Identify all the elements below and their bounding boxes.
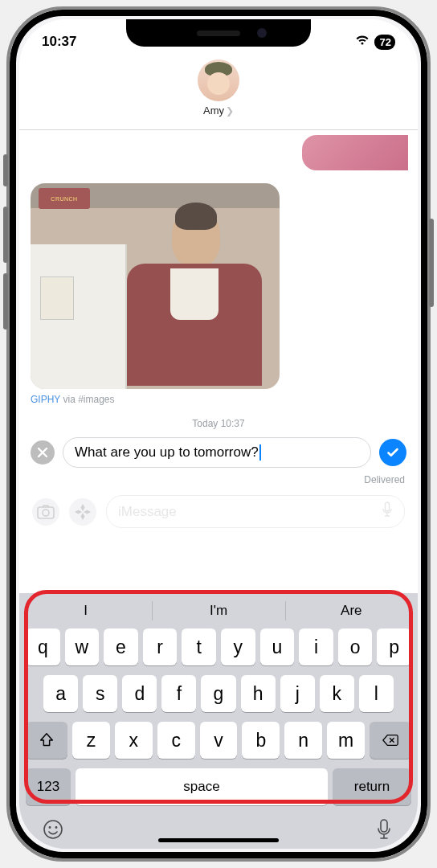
shift-key[interactable] (26, 722, 67, 759)
prediction-2[interactable]: I'm (152, 593, 284, 628)
key-h[interactable]: h (241, 675, 276, 712)
space-key[interactable]: space (76, 768, 328, 805)
key-r[interactable]: r (143, 628, 178, 665)
key-z[interactable]: z (72, 722, 110, 759)
svg-point-3 (44, 821, 62, 838)
key-y[interactable]: y (221, 628, 255, 665)
keyboard-toolbar (19, 813, 418, 849)
status-right: 72 (355, 34, 395, 50)
wifi-icon (355, 34, 370, 50)
home-indicator[interactable] (158, 838, 279, 842)
compose-input[interactable]: iMessage (106, 495, 405, 528)
key-a[interactable]: a (43, 675, 78, 712)
svg-point-4 (49, 826, 51, 829)
camera-button[interactable] (32, 498, 59, 526)
numbers-key[interactable]: 123 (26, 768, 71, 805)
gif-bg-label: CRUNCH (39, 188, 90, 209)
volume-down-button (3, 273, 8, 330)
key-j[interactable]: j (280, 675, 315, 712)
key-p[interactable]: p (377, 628, 411, 665)
compose-placeholder: iMessage (118, 504, 177, 520)
key-u[interactable]: u (260, 628, 295, 665)
conversation-header[interactable]: Amy ❯ (19, 56, 418, 130)
key-f[interactable]: f (161, 675, 196, 712)
front-camera (257, 28, 267, 38)
svg-rect-6 (381, 820, 387, 832)
conversation-scroll[interactable]: CRUNCH GIPHY via #images Today 10:37 Wha… (19, 130, 418, 593)
status-time: 10:37 (42, 34, 76, 50)
contact-avatar[interactable] (198, 59, 239, 101)
key-v[interactable]: v (200, 722, 238, 759)
key-i[interactable]: i (299, 628, 333, 665)
key-s[interactable]: s (83, 675, 117, 712)
contact-name-row[interactable]: Amy ❯ (203, 104, 234, 117)
key-g[interactable]: g (201, 675, 235, 712)
key-q[interactable]: q (26, 628, 60, 665)
key-t[interactable]: t (182, 628, 216, 665)
screen: 10:37 72 Amy ❯ CRUNCH (19, 19, 418, 849)
confirm-edit-button[interactable] (379, 439, 406, 466)
key-row-2: a s d f g h j k l (19, 675, 418, 712)
key-k[interactable]: k (320, 675, 354, 712)
speaker-grille (197, 31, 240, 36)
key-o[interactable]: o (338, 628, 373, 665)
svg-rect-2 (386, 502, 390, 511)
dictation-icon[interactable] (382, 502, 393, 522)
app-drawer-button[interactable] (69, 498, 96, 526)
editing-text: What are you up to tomorrow? (75, 444, 259, 461)
key-m[interactable]: m (327, 722, 365, 759)
power-button (429, 219, 434, 307)
editing-message-field[interactable]: What are you up to tomorrow? (63, 437, 371, 468)
mute-switch (3, 154, 8, 186)
contact-name: Amy (203, 104, 224, 117)
return-key[interactable]: return (333, 768, 411, 805)
gif-source: GIPHY (31, 394, 60, 405)
text-cursor (259, 444, 261, 461)
key-d[interactable]: d (122, 675, 157, 712)
key-b[interactable]: b (242, 722, 280, 759)
svg-point-1 (43, 510, 49, 516)
notch (126, 19, 311, 47)
key-row-3: z x c v b n m (19, 722, 418, 759)
editing-message-row: What are you up to tomorrow? (31, 437, 406, 468)
key-e[interactable]: e (104, 628, 138, 665)
keyboard: I I'm Are q w e r t y u i o p a s d f (19, 593, 418, 849)
prediction-3[interactable]: Are (285, 593, 418, 628)
cancel-edit-button[interactable] (31, 440, 55, 465)
delivered-label: Delivered (364, 474, 405, 485)
prediction-1[interactable]: I (19, 593, 152, 628)
svg-point-5 (55, 826, 58, 829)
phone-frame: 10:37 72 Amy ❯ CRUNCH (6, 6, 431, 862)
gif-attribution: GIPHY via #images (31, 394, 280, 405)
gif-via: via #images (60, 394, 114, 405)
gif-preview[interactable]: CRUNCH (31, 183, 280, 389)
emoji-button[interactable] (40, 817, 66, 842)
key-c[interactable]: c (157, 722, 195, 759)
compose-row: iMessage (31, 495, 406, 536)
key-n[interactable]: n (284, 722, 322, 759)
svg-rect-0 (38, 507, 54, 518)
key-row-bottom: 123 space return (19, 768, 418, 813)
key-x[interactable]: x (115, 722, 153, 759)
battery-badge: 72 (374, 35, 395, 50)
key-w[interactable]: w (65, 628, 100, 665)
dictation-button[interactable] (371, 817, 397, 842)
received-gif-card[interactable]: CRUNCH GIPHY via #images (31, 183, 280, 405)
prediction-bar: I I'm Are (19, 593, 418, 628)
key-row-1: q w e r t y u i o p (19, 628, 418, 665)
volume-up-button (3, 207, 8, 263)
chevron-right-icon: ❯ (226, 105, 234, 117)
sent-image-bubble[interactable] (302, 135, 408, 170)
timestamp-label: Today 10:37 (192, 418, 244, 429)
key-l[interactable]: l (359, 675, 394, 712)
backspace-key[interactable] (370, 722, 411, 759)
